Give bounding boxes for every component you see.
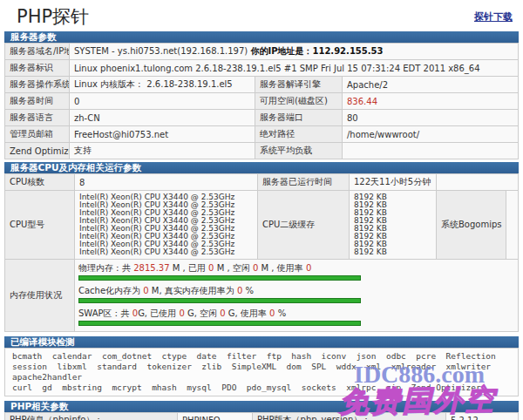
memory-cache-line: Cache化内存为 0 M, 真实内存使用率为 0 %: [78, 285, 514, 296]
php-probe-page: PHP探针 探针下载 服务器参数 服务器域名/IP地址 SYSTEM - ys.…: [0, 0, 523, 420]
uptime-value: 122天11小时5分钟: [350, 174, 437, 191]
cpu-memory-table: CPU核数 8 服务器已运行时间 122天11小时5分钟 CPU型号 Intel…: [4, 173, 519, 332]
table-row: 服务器域名/IP地址 SYSTEM - ys.hi0753.net(192.16…: [5, 44, 519, 60]
row-label: 服务器域名/IP地址: [5, 44, 70, 60]
probe-download-link[interactable]: 探针下载: [474, 10, 513, 24]
row-label: 管理员邮箱: [5, 126, 70, 143]
cpu-cores-value: 8: [75, 174, 258, 191]
row-value: Linux 内核版本： 2.6.18-238.19.1.el5: [70, 77, 255, 93]
row-label: 可用空间(磁盘区): [255, 93, 343, 110]
memory-physical-bar: [78, 275, 361, 281]
watermark-free-hosting: 免费国外空间: [339, 380, 523, 420]
table-row: 服务器语言 zh-CN 服务器端口 80: [5, 110, 519, 126]
row-value: Apache/2: [343, 77, 519, 93]
section-header-server: 服务器参数: [4, 31, 519, 43]
memory-swap-line: SWAP区：共 0G, 已使用 0 G, 空闲 0 G, 使用率 0 %: [78, 308, 514, 319]
cpu-model-list: Intel(R) Xeon(R) CPU X3440 @ 2.53GHz Int…: [75, 191, 258, 260]
empty-cell: [437, 174, 519, 191]
table-row: 管理员邮箱 FreeHost@hi0753.net 绝对路径 /home/www…: [5, 126, 519, 143]
row-label: 服务器时间: [5, 93, 70, 110]
disk-free-value: 836.44: [343, 93, 519, 110]
table-row: 服务器操作系统 Linux 内核版本： 2.6.18-238.19.1.el5 …: [5, 77, 519, 93]
server-host: SYSTEM - ys.hi0753.net(192.168.1.197): [74, 46, 250, 56]
row-label: Zend Optimizer: [5, 143, 70, 159]
row-label: PHP信息（phpinfo）：: [5, 413, 178, 420]
row-label: 绝对路径: [255, 126, 343, 143]
cpu-cache-list: 8192 KB 8192 KB 8192 KB 8192 KB 8192 KB …: [350, 191, 437, 260]
row-value: Linux phoenix1.tulong.com 2.6.18-238.19.…: [70, 60, 519, 77]
row-label: 服务器解译引擎: [255, 77, 343, 93]
row-label: 系统Bogomips: [437, 191, 506, 260]
row-value: /home/wwwroot/: [343, 126, 519, 143]
phpinfo-value: PHPINFO: [178, 413, 253, 420]
row-label: 服务器标识: [5, 60, 70, 77]
table-row: 服务器标识 Linux phoenix1.tulong.com 2.6.18-2…: [5, 60, 519, 77]
section-header-modules: 已编译模块检测: [4, 336, 519, 348]
table-row: 内存使用状况 物理内存：共 2815.37 M , 已用 0 M , 空闲 0 …: [5, 260, 519, 332]
section-server-params: 服务器参数 服务器域名/IP地址 SYSTEM - ys.hi0753.net(…: [4, 31, 519, 159]
admin-email: FreeHost@hi0753.net: [70, 126, 255, 143]
table-row: 服务器时间 0 可用空间(磁盘区) 836.44: [5, 93, 519, 110]
table-row: Zend Optimizer 支持 系统平均负载: [5, 143, 519, 159]
row-label: 系统平均负载: [255, 143, 343, 159]
row-label: CPU核数: [5, 174, 75, 191]
row-label: CPU二级缓存: [258, 191, 350, 260]
bogomips-value: [506, 191, 519, 260]
section-cpu-memory: 服务器CPU及内存相关运行参数 CPU核数 8 服务器已运行时间 122天11小…: [4, 162, 519, 332]
page-title: PHP探针: [17, 4, 89, 29]
server-params-table: 服务器域名/IP地址 SYSTEM - ys.hi0753.net(192.16…: [4, 43, 519, 159]
table-row: CPU核数 8 服务器已运行时间 122天11小时5分钟: [5, 174, 519, 191]
memory-usage-cell: 物理内存：共 2815.37 M , 已用 0 M , 空闲 0 M , 使用率…: [75, 260, 519, 332]
row-value: zh-CN: [70, 110, 255, 126]
row-value: 80: [343, 110, 519, 126]
section-header-cpu: 服务器CPU及内存相关运行参数: [4, 162, 519, 173]
row-label: 服务器端口: [255, 110, 343, 126]
row-label: CPU型号: [5, 191, 75, 260]
row-label: 服务器语言: [5, 110, 70, 126]
title-bar: PHP探针 探针下载: [0, 0, 523, 31]
row-value: [343, 143, 519, 159]
row-label: 服务器操作系统: [5, 77, 70, 93]
row-value: 0: [70, 93, 255, 110]
table-row: CPU型号 Intel(R) Xeon(R) CPU X3440 @ 2.53G…: [5, 191, 519, 260]
memory-physical-line: 物理内存：共 2815.37 M , 已用 0 M , 空闲 0 M , 使用率…: [78, 262, 514, 274]
memory-cache-bar: [78, 298, 361, 303]
row-value: 支持: [70, 143, 255, 159]
memory-swap-bar: [78, 321, 361, 326]
row-label: 服务器已运行时间: [258, 174, 350, 191]
row-value: SYSTEM - ys.hi0753.net(192.168.1.197) 你的…: [70, 44, 519, 60]
your-ip: 你的IP地址是：112.92.155.53: [250, 46, 383, 56]
row-label: 内存使用状况: [5, 260, 75, 332]
